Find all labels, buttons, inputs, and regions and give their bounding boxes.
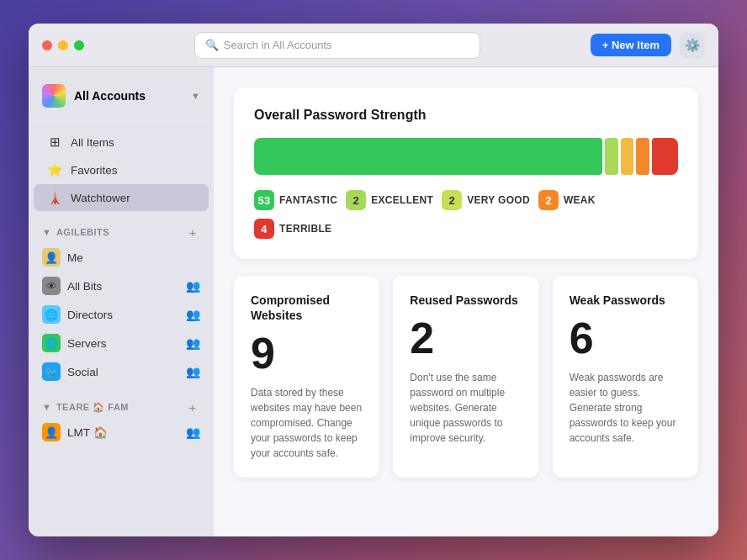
badge-count-excellent: 2 [346,190,366,210]
all-items-icon: ⊞ [47,135,62,150]
search-placeholder: Search in All Accounts [224,39,332,51]
stat-desc-compromised: Data stored by these websites may have b… [251,385,363,461]
stat-desc-reused: Don't use the same password on multiple … [410,370,522,446]
bar-fantastic [254,138,602,175]
vault-name: Me [67,251,200,264]
bar-terrible [652,138,678,175]
stat-title-weak: Weak Passwords [570,293,681,308]
add-vault-button[interactable]: + [185,225,200,240]
badge-label-fantastic: FANTASTIC [279,194,337,206]
vault-icon-lmt: 👤 [42,423,61,441]
badge-count-fantastic: 53 [254,190,274,210]
stat-number-compromised: 9 [251,331,363,375]
bar-weak [636,138,649,175]
section-agilebits: ▼ AGILEBITS + 👤 Me 👁 All Bits 👥 🌐 Direct… [29,221,214,386]
add-vault-button-fam[interactable]: + [185,399,200,415]
badge-label-weak: WEAK [564,194,596,206]
stats-row: Compromised Websites 9 Data stored by th… [234,276,698,478]
sidebar-item-label: Watchtower [71,192,130,204]
badge-label-verygood: VERY GOOD [467,194,530,206]
main-layout: All Accounts ▼ ⊞ All Items ⭐ Favorites 🗼… [29,67,718,536]
sidebar: All Accounts ▼ ⊞ All Items ⭐ Favorites 🗼… [29,67,214,536]
collapse-icon[interactable]: ▼ [42,227,51,237]
bar-excellent [605,138,618,175]
badge-label-excellent: EXCELLENT [371,194,433,206]
badge-verygood: 2 VERY GOOD [442,190,530,210]
fullscreen-button[interactable] [74,40,84,50]
vault-icon-servers: 🌐 [42,334,61,352]
stat-desc-weak: Weak passwords are easier to guess. Gene… [570,370,681,446]
stat-number-weak: 6 [570,316,681,360]
stat-card-reused[interactable]: Reused Passwords 2 Don't use the same pa… [393,276,538,478]
stat-card-weak[interactable]: Weak Passwords 6 Weak passwords are easi… [553,276,698,478]
section-teare-fam: ▼ TEARE 🏠 FAM + 👤 LMT 🏠 👥 [29,396,214,446]
gear-icon: ⚙️ [685,38,701,53]
vault-name: LMT 🏠 [67,425,179,439]
minimize-button[interactable] [58,40,68,50]
vault-item-allbits[interactable]: 👁 All Bits 👥 [34,272,209,300]
badge-count-verygood: 2 [442,190,462,210]
bar-verygood [621,138,634,175]
badge-fantastic: 53 FANTASTIC [254,190,337,210]
vault-item-lmt[interactable]: 👤 LMT 🏠 👥 [34,418,209,446]
badge-count-terrible: 4 [254,219,274,239]
badge-excellent: 2 EXCELLENT [346,190,433,210]
badge-weak: 2 WEAK [538,190,596,210]
account-name: All Accounts [74,89,183,103]
sidebar-item-watchtower[interactable]: 🗼 Watchtower [34,184,209,211]
traffic-lights [42,40,84,50]
vault-icon-directors: 🌐 [42,305,61,324]
vault-name: Social [67,366,179,378]
sidebar-item-label: Favorites [71,164,118,177]
vault-icon-social: 🐦 [42,362,61,381]
vault-item-servers[interactable]: 🌐 Servers 👥 [34,329,209,357]
favorites-icon: ⭐ [47,162,62,177]
badge-terrible: 4 TERRIBLE [254,219,331,239]
manage-vault-icon[interactable]: 👥 [186,336,200,350]
new-item-button[interactable]: + New Item [591,34,671,56]
close-button[interactable] [42,40,52,50]
content-area: Overall Password Strength 53 FANTASTIC 2 [214,67,718,536]
section-title-teare-fam: TEARE 🏠 FAM [56,402,180,413]
gear-button[interactable]: ⚙️ [680,33,705,58]
manage-vault-icon[interactable]: 👥 [186,279,200,293]
sidebar-divider [29,121,214,122]
manage-vault-icon[interactable]: 👥 [186,308,200,321]
vault-icon-allbits: 👁 [42,277,61,295]
stat-title-reused: Reused Passwords [410,293,522,308]
vault-name: Servers [67,337,179,350]
vault-item-social[interactable]: 🐦 Social 👥 [34,357,209,386]
vault-item-me[interactable]: 👤 Me [34,243,209,272]
vault-item-directors[interactable]: 🌐 Directors 👥 [34,300,209,329]
sidebar-item-all-items[interactable]: ⊞ All Items [34,129,209,156]
titlebar-right: + New Item ⚙️ [591,33,705,58]
section-header-agilebits: ▼ AGILEBITS + [34,221,209,243]
vault-name: Directors [67,309,179,321]
password-strength-card: Overall Password Strength 53 FANTASTIC 2 [234,87,698,259]
stat-card-compromised[interactable]: Compromised Websites 9 Data stored by th… [234,276,379,478]
manage-vault-icon[interactable]: 👥 [186,425,200,439]
section-header-teare-fam: ▼ TEARE 🏠 FAM + [34,396,209,418]
account-icon [42,84,66,108]
manage-vault-icon[interactable]: 👥 [186,365,200,378]
sidebar-item-favorites[interactable]: ⭐ Favorites [34,156,209,183]
chevron-down-icon: ▼ [191,91,200,101]
search-bar[interactable]: 🔍 Search in All Accounts [194,32,480,59]
strength-bar [254,138,678,175]
account-selector[interactable]: All Accounts ▼ [29,77,214,114]
vault-name: All Bits [67,280,179,293]
titlebar-center: 🔍 Search in All Accounts [94,32,580,59]
search-icon: 🔍 [205,39,219,51]
card-title-strength: Overall Password Strength [254,108,678,123]
watchtower-icon: 🗼 [47,190,62,205]
strength-badges: 53 FANTASTIC 2 EXCELLENT 2 VERY GOOD 2 W… [254,190,678,239]
badge-label-terrible: TERRIBLE [279,223,331,235]
collapse-icon[interactable]: ▼ [42,402,51,412]
badge-count-weak: 2 [538,190,559,210]
titlebar: 🔍 Search in All Accounts + New Item ⚙️ [29,24,718,67]
app-window: 🔍 Search in All Accounts + New Item ⚙️ A… [29,24,718,536]
sidebar-item-label: All Items [71,136,114,149]
stat-title-compromised: Compromised Websites [251,293,363,323]
section-title-agilebits: AGILEBITS [56,227,180,237]
stat-number-reused: 2 [410,316,522,360]
